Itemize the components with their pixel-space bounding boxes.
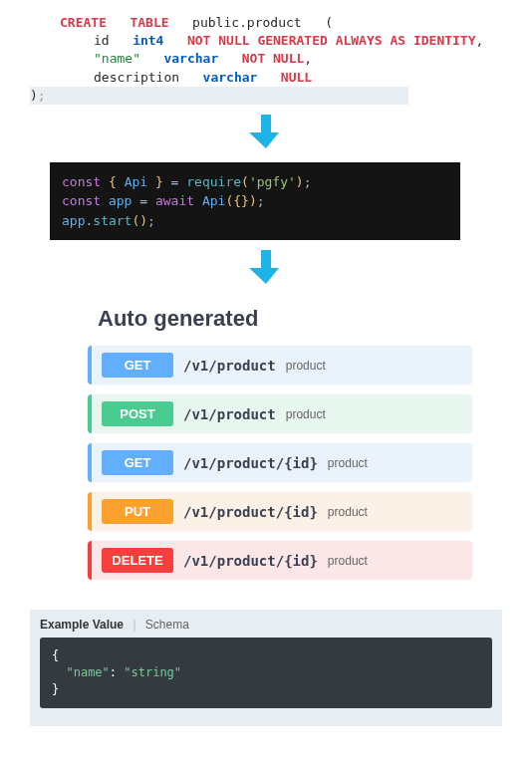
semicolon: ; — [38, 88, 46, 103]
paren-close: ) — [30, 88, 38, 103]
col-id-constraints: NOT NULL GENERATED ALWAYS AS IDENTITY — [187, 33, 476, 48]
paren-open: ( — [325, 15, 333, 30]
brace-close: } — [155, 174, 163, 189]
op-row-get[interactable]: GET/v1/productproduct — [88, 346, 472, 384]
table-ident: public.product — [192, 15, 302, 30]
endpoint-tag: product — [328, 505, 368, 519]
endpoint-tag: product — [286, 359, 326, 373]
swagger-panel: Auto generated GET/v1/productproductPOST… — [88, 298, 472, 580]
op-row-put[interactable]: PUT/v1/product/{id}product — [88, 492, 472, 531]
op-eq1: = — [171, 174, 179, 189]
example-tabs: Example Value | Schema — [40, 618, 492, 638]
col-desc: description — [94, 70, 179, 85]
paren-close-js2: ) — [249, 193, 257, 208]
obj-lit: {} — [233, 193, 249, 208]
method-badge: PUT — [102, 499, 173, 524]
kw-const1: const — [62, 174, 101, 189]
method-badge: DELETE — [102, 548, 173, 573]
endpoint-tag: product — [328, 456, 368, 470]
ident-app2: app — [62, 213, 85, 228]
method-badge: GET — [102, 353, 173, 378]
endpoint-path: /v1/product/{id} — [183, 553, 318, 569]
brace-open: { — [109, 174, 117, 189]
op-row-delete[interactable]: DELETE/v1/product/{id}product — [88, 541, 472, 580]
op-eq2: = — [139, 193, 147, 208]
tab-example-value[interactable]: Example Value — [40, 618, 124, 632]
ident-app1: app — [109, 193, 132, 208]
fn-start: start — [93, 213, 132, 228]
method-badge: GET — [102, 450, 173, 475]
op-row-post[interactable]: POST/v1/productproduct — [88, 394, 472, 433]
json-key-name: "name" — [66, 665, 109, 679]
col-name-constraints: NOT NULL — [242, 51, 305, 66]
example-json: { "name": "string" } — [40, 638, 492, 707]
type-varchar2: varchar — [203, 70, 258, 85]
json-open: { — [52, 647, 480, 664]
str-pgfy: 'pgfy' — [249, 174, 296, 189]
paren-open-js1: ( — [241, 174, 249, 189]
empty-call: () — [132, 213, 147, 228]
ident-api: Api — [125, 174, 147, 189]
endpoint-tag: product — [286, 407, 326, 421]
kw-await: await — [155, 193, 194, 208]
json-close: } — [52, 681, 480, 698]
col-id: id — [94, 33, 110, 48]
arrow-down-2 — [30, 248, 502, 290]
arrow-down-1 — [30, 113, 502, 154]
col-desc-constraints: NULL — [281, 70, 312, 85]
semi-js2: ; — [257, 193, 265, 208]
fn-require: require — [186, 174, 241, 189]
endpoint-path: /v1/product — [183, 406, 276, 422]
semi-js3: ; — [147, 213, 155, 228]
endpoint-path: /v1/product — [183, 358, 276, 374]
endpoint-path: /v1/product/{id} — [183, 455, 318, 471]
ident-api2: Api — [202, 193, 225, 208]
js-code-block: const { Api } = require('pgfy'); const a… — [50, 162, 460, 241]
json-val-string: "string" — [124, 665, 181, 679]
kw-table: TABLE — [130, 15, 168, 30]
comma2: , — [304, 51, 312, 66]
sql-code-block: CREATE TABLE public.product ( id int4 NO… — [30, 14, 502, 105]
col-name: "name" — [94, 51, 140, 66]
type-varchar1: varchar — [163, 51, 218, 66]
method-badge: POST — [102, 401, 173, 426]
tab-separator: | — [133, 618, 135, 632]
op-row-get[interactable]: GET/v1/product/{id}product — [88, 443, 472, 482]
example-block: Example Value | Schema { "name": "string… — [30, 610, 502, 725]
semi-js1: ; — [304, 174, 312, 189]
kw-create: CREATE — [60, 15, 107, 30]
endpoint-tag: product — [328, 554, 368, 568]
swagger-title: Auto generated — [88, 298, 472, 346]
tab-schema[interactable]: Schema — [145, 618, 189, 632]
type-int4: int4 — [133, 33, 163, 48]
comma: , — [476, 33, 484, 48]
endpoint-path: /v1/product/{id} — [183, 504, 318, 520]
kw-const2: const — [62, 193, 101, 208]
paren-close-js1: ) — [296, 174, 304, 189]
json-colon: : — [110, 665, 124, 679]
